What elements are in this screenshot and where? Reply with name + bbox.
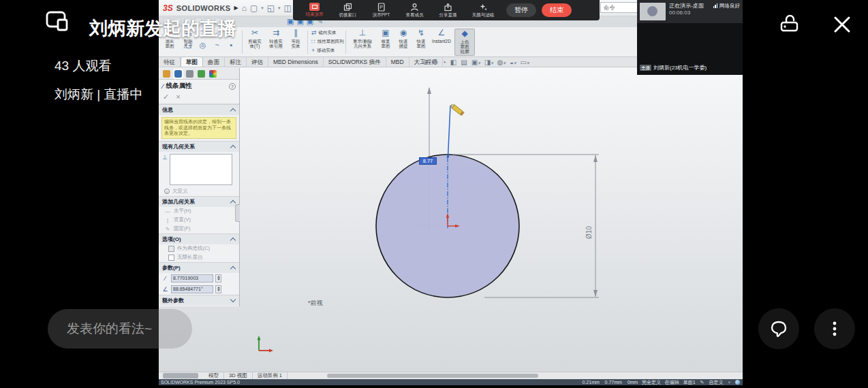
infinite-length-checkbox[interactable]: [168, 255, 174, 261]
customize-caret-icon[interactable]: ▾: [728, 380, 730, 385]
section-view-icon[interactable]: ◧: [450, 59, 456, 66]
cancel-icon[interactable]: ×: [176, 93, 180, 101]
repair-sketch-button[interactable]: ▣ 修复 草图: [377, 29, 394, 56]
switch-window-button[interactable]: 切换窗口: [332, 3, 364, 18]
close-icon[interactable]: [832, 14, 852, 35]
status-globe-icon[interactable]: [735, 380, 740, 385]
screen-cast-icon[interactable]: [45, 10, 75, 35]
point-tool-icon[interactable]: ▪: [224, 41, 238, 50]
tab-3d-views[interactable]: 3D 视图: [224, 372, 253, 379]
line-being-drawn[interactable]: [448, 106, 451, 157]
quick-snaps-button[interactable]: ◉ 快速 捕捉: [394, 29, 412, 56]
ellipse-tool-icon[interactable]: ◎: [196, 41, 210, 50]
end-button[interactable]: 结束: [542, 3, 572, 17]
beauty-filter-button[interactable]: 美颜与滤镜: [465, 3, 501, 18]
annotations-visibility-icon[interactable]: ▤: [461, 59, 467, 66]
angle-parameter-input[interactable]: [171, 285, 213, 293]
relation-fix[interactable]: ✎ 固定(F): [159, 225, 239, 233]
open-document-icon[interactable]: ◱: [267, 4, 275, 12]
add-relations-header[interactable]: 添加几何关系: [159, 196, 239, 207]
new-document-icon[interactable]: ▢: [250, 4, 258, 12]
view-members-button[interactable]: 查看成员: [399, 3, 431, 18]
tab-mbd[interactable]: MBD: [386, 57, 409, 67]
rotation-lock-icon[interactable]: [777, 14, 802, 34]
zoom-fit-icon[interactable]: ⊕: [422, 59, 428, 66]
comment-input[interactable]: 发表你的看法~: [48, 309, 192, 349]
help-icon[interactable]: ?: [229, 83, 236, 90]
display-relations-button[interactable]: ⊥ 显示/删除 几何关系: [348, 29, 377, 56]
angle-spinner[interactable]: [215, 285, 221, 293]
more-button[interactable]: [814, 308, 855, 349]
length-spinner[interactable]: [215, 274, 221, 282]
tab-motion-study[interactable]: 运动算例 1: [253, 372, 288, 379]
construction-line-option[interactable]: 作为构造线(C): [159, 244, 239, 253]
display-style-icon[interactable]: ◨▾: [484, 59, 493, 66]
menu-expand-icon[interactable]: ▶: [234, 5, 238, 11]
options-section-header[interactable]: 选项(O): [159, 233, 239, 244]
instant2d-button[interactable]: ∠ Instant2D: [430, 29, 453, 56]
panel-splitter-handle[interactable]: [235, 204, 240, 222]
tab-sketch[interactable]: 草图: [181, 56, 203, 67]
switch-window-icon: [343, 3, 352, 12]
tab-mbd-dimensions[interactable]: MBD Dimensions: [268, 57, 324, 67]
featuremanager-tab-icon[interactable]: [163, 70, 170, 78]
infinite-length-option[interactable]: 无限长度(I): [159, 253, 239, 262]
previous-view-icon[interactable]: ◔: [442, 59, 446, 66]
spline-tool-icon[interactable]: ~: [210, 41, 224, 50]
move-entities-button[interactable]: + 移动实体: [311, 47, 335, 54]
tab-addins[interactable]: SOLIDWORKS 插件: [324, 57, 386, 67]
mirror-entities-button[interactable]: ⇄ 镜向实体: [311, 29, 337, 36]
view-orientation-icon[interactable]: ▣▾: [471, 59, 480, 66]
extra-parameters-header[interactable]: 额外参数: [159, 295, 239, 306]
length-parameter-input[interactable]: [171, 274, 213, 282]
pause-button[interactable]: 暂停: [506, 3, 536, 17]
existing-relations-header[interactable]: 现有几何关系: [159, 141, 239, 152]
hide-show-items-icon[interactable]: ◍▾: [497, 59, 506, 66]
present-ppt-button[interactable]: P 演示PPT: [365, 3, 397, 18]
graphics-area[interactable]: Ø10: [159, 67, 743, 372]
end-presentation-button[interactable]: 结束演示: [298, 3, 330, 18]
home-icon[interactable]: ⌂: [242, 4, 247, 12]
configurationmanager-tab-icon[interactable]: [186, 70, 193, 78]
ok-icon[interactable]: ✓: [163, 93, 169, 101]
appearance-icon[interactable]: ◒▾: [510, 59, 516, 66]
relations-listbox[interactable]: [170, 154, 232, 185]
slot-tool-icon[interactable]: ◻: [181, 41, 196, 50]
tab-scroll-control[interactable]: [163, 373, 198, 378]
offset-entities-button[interactable]: ∥ 等距 实体: [287, 29, 305, 56]
tab-evaluate[interactable]: 评估: [247, 57, 268, 67]
open-document-caret-icon[interactable]: ▾: [278, 5, 281, 11]
new-document-caret-icon[interactable]: ▾: [261, 5, 264, 11]
construction-line-checkbox[interactable]: [168, 246, 174, 252]
linear-pattern-button[interactable]: ∷ 线性草图阵列: [311, 38, 344, 45]
info-section-header[interactable]: 信息: [159, 104, 239, 115]
chat-button[interactable]: [758, 308, 799, 349]
parameters-section-header[interactable]: 参数(P): [159, 262, 239, 273]
mirror-entities-icon: ⇄: [311, 29, 317, 36]
tab-features[interactable]: 特征: [159, 57, 181, 67]
quick-sketch-button[interactable]: ↯ 快速 草图: [412, 29, 430, 56]
search-commands-input[interactable]: 命令: [600, 2, 640, 13]
displaymanager-tab-icon[interactable]: [209, 70, 217, 78]
tab-model[interactable]: 模型: [204, 372, 224, 379]
share-live-button[interactable]: 分享直播: [432, 3, 464, 18]
zoom-area-icon[interactable]: ⊖: [432, 59, 437, 66]
trim-entities-button[interactable]: ✂ 剪裁实 体(T): [245, 29, 265, 56]
floating-presenter-window[interactable]: 正在演示-桌面 00:06:03 网络良好 主播 刘炳新(23机电一学委): [637, 0, 743, 75]
diameter-dimension-label[interactable]: Ø10: [585, 226, 593, 239]
relation-vertical[interactable]: | 竖直(V): [159, 216, 239, 225]
propertymanager-tab-icon[interactable]: [174, 70, 182, 78]
presenting-status: 正在演示-桌面: [669, 3, 704, 10]
save-icon[interactable]: ◫: [284, 4, 292, 12]
tab-surfaces[interactable]: 曲面: [203, 57, 225, 67]
tab-annotations[interactable]: 标注: [225, 57, 247, 67]
view-settings-icon[interactable]: ▭▾: [520, 59, 529, 66]
dimxpertmanager-tab-icon[interactable]: [198, 70, 205, 78]
shaded-sketch-contours-button[interactable]: ◆ 上色 草图 轮廓: [454, 29, 475, 56]
convert-entities-button[interactable]: ⇉ 转换实 体引用: [265, 29, 287, 56]
line-endpoint[interactable]: [447, 155, 450, 158]
horizontal-scrollbar[interactable]: [327, 374, 538, 378]
solidworks-logo: 3S: [163, 3, 173, 13]
relation-horizontal[interactable]: — 水平(H): [159, 207, 239, 216]
customize-menu[interactable]: 自定义: [709, 379, 723, 386]
